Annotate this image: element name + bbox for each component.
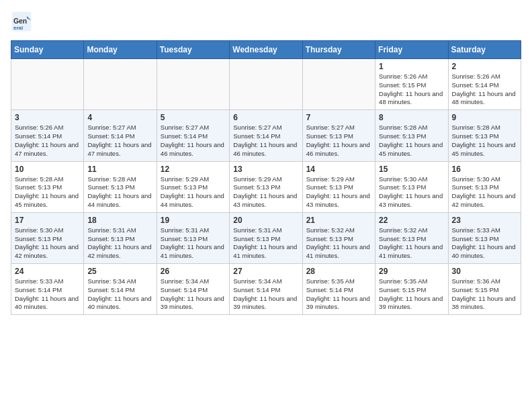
weekday-header-monday: Monday <box>84 41 157 59</box>
calendar-cell: 16Sunrise: 5:30 AM Sunset: 5:13 PM Dayli… <box>448 161 521 212</box>
day-info: Sunrise: 5:35 AM Sunset: 5:15 PM Dayligh… <box>379 277 444 312</box>
weekday-header-thursday: Thursday <box>302 41 375 59</box>
weekday-header-wednesday: Wednesday <box>230 41 302 59</box>
calendar-cell <box>302 59 375 110</box>
day-info: Sunrise: 5:26 AM Sunset: 5:15 PM Dayligh… <box>379 73 444 107</box>
calendar-cell: 13Sunrise: 5:29 AM Sunset: 5:13 PM Dayli… <box>230 161 302 212</box>
day-info: Sunrise: 5:29 AM Sunset: 5:13 PM Dayligh… <box>233 175 298 210</box>
calendar-week-row: 24Sunrise: 5:33 AM Sunset: 5:14 PM Dayli… <box>11 264 521 315</box>
calendar-cell: 26Sunrise: 5:34 AM Sunset: 5:14 PM Dayli… <box>157 264 229 315</box>
calendar-cell: 11Sunrise: 5:28 AM Sunset: 5:13 PM Dayli… <box>84 161 157 212</box>
calendar-cell: 5Sunrise: 5:27 AM Sunset: 5:14 PM Daylig… <box>157 110 229 161</box>
calendar-cell: 17Sunrise: 5:30 AM Sunset: 5:13 PM Dayli… <box>11 212 84 263</box>
day-number: 29 <box>379 267 444 276</box>
calendar-cell <box>157 59 229 110</box>
day-number: 3 <box>15 113 80 122</box>
day-number: 19 <box>161 216 226 225</box>
day-info: Sunrise: 5:27 AM Sunset: 5:14 PM Dayligh… <box>87 124 152 158</box>
day-number: 26 <box>161 267 226 276</box>
calendar-cell: 3Sunrise: 5:26 AM Sunset: 5:14 PM Daylig… <box>11 110 84 161</box>
day-number: 18 <box>87 216 152 225</box>
day-info: Sunrise: 5:28 AM Sunset: 5:13 PM Dayligh… <box>87 175 152 210</box>
calendar-cell <box>11 59 84 110</box>
day-info: Sunrise: 5:34 AM Sunset: 5:14 PM Dayligh… <box>233 277 298 312</box>
calendar-cell: 15Sunrise: 5:30 AM Sunset: 5:13 PM Dayli… <box>375 161 448 212</box>
calendar-cell: 23Sunrise: 5:33 AM Sunset: 5:13 PM Dayli… <box>448 212 521 263</box>
calendar-cell: 24Sunrise: 5:33 AM Sunset: 5:14 PM Dayli… <box>11 264 84 315</box>
calendar-cell: 4Sunrise: 5:27 AM Sunset: 5:14 PM Daylig… <box>84 110 157 161</box>
day-info: Sunrise: 5:34 AM Sunset: 5:14 PM Dayligh… <box>87 277 152 312</box>
day-info: Sunrise: 5:28 AM Sunset: 5:13 PM Dayligh… <box>452 124 517 158</box>
page: Gen eral SundayMondayTuesdayWednesdayThu… <box>0 0 532 326</box>
calendar-cell: 22Sunrise: 5:32 AM Sunset: 5:13 PM Dayli… <box>375 212 448 263</box>
weekday-header-saturday: Saturday <box>448 41 521 59</box>
day-number: 25 <box>87 267 152 276</box>
calendar-week-row: 3Sunrise: 5:26 AM Sunset: 5:14 PM Daylig… <box>11 110 521 161</box>
day-number: 24 <box>15 267 80 276</box>
day-info: Sunrise: 5:30 AM Sunset: 5:13 PM Dayligh… <box>452 175 517 210</box>
day-info: Sunrise: 5:32 AM Sunset: 5:13 PM Dayligh… <box>379 226 444 261</box>
svg-text:Gen: Gen <box>13 17 27 25</box>
day-number: 21 <box>306 216 371 225</box>
day-number: 8 <box>379 113 444 122</box>
weekday-header-sunday: Sunday <box>11 41 84 59</box>
day-number: 17 <box>15 216 80 225</box>
calendar-cell: 7Sunrise: 5:27 AM Sunset: 5:13 PM Daylig… <box>302 110 375 161</box>
calendar-cell: 1Sunrise: 5:26 AM Sunset: 5:15 PM Daylig… <box>375 59 448 110</box>
calendar-table: SundayMondayTuesdayWednesdayThursdayFrid… <box>11 40 521 315</box>
day-number: 28 <box>306 267 371 276</box>
day-number: 11 <box>87 165 152 174</box>
calendar-cell <box>84 59 157 110</box>
calendar-cell: 19Sunrise: 5:31 AM Sunset: 5:13 PM Dayli… <box>157 212 229 263</box>
day-info: Sunrise: 5:27 AM Sunset: 5:14 PM Dayligh… <box>161 124 226 158</box>
header: Gen eral <box>11 11 521 32</box>
day-info: Sunrise: 5:29 AM Sunset: 5:13 PM Dayligh… <box>161 175 226 210</box>
calendar-cell: 30Sunrise: 5:36 AM Sunset: 5:15 PM Dayli… <box>448 264 521 315</box>
day-info: Sunrise: 5:26 AM Sunset: 5:14 PM Dayligh… <box>452 73 517 107</box>
logo: Gen eral <box>11 11 35 32</box>
day-number: 6 <box>233 113 298 122</box>
calendar-cell: 27Sunrise: 5:34 AM Sunset: 5:14 PM Dayli… <box>230 264 302 315</box>
day-number: 1 <box>379 62 444 71</box>
day-info: Sunrise: 5:31 AM Sunset: 5:13 PM Dayligh… <box>87 226 152 261</box>
day-info: Sunrise: 5:27 AM Sunset: 5:13 PM Dayligh… <box>306 124 371 158</box>
calendar-cell: 20Sunrise: 5:31 AM Sunset: 5:13 PM Dayli… <box>230 212 302 263</box>
day-number: 5 <box>161 113 226 122</box>
weekday-header-row: SundayMondayTuesdayWednesdayThursdayFrid… <box>11 41 521 59</box>
day-info: Sunrise: 5:36 AM Sunset: 5:15 PM Dayligh… <box>452 277 517 312</box>
weekday-header-tuesday: Tuesday <box>157 41 229 59</box>
day-number: 2 <box>452 62 517 71</box>
day-info: Sunrise: 5:30 AM Sunset: 5:13 PM Dayligh… <box>379 175 444 210</box>
day-number: 15 <box>379 165 444 174</box>
calendar-cell <box>230 59 302 110</box>
calendar-week-row: 1Sunrise: 5:26 AM Sunset: 5:15 PM Daylig… <box>11 59 521 110</box>
calendar-week-row: 17Sunrise: 5:30 AM Sunset: 5:13 PM Dayli… <box>11 212 521 263</box>
calendar-cell: 29Sunrise: 5:35 AM Sunset: 5:15 PM Dayli… <box>375 264 448 315</box>
day-number: 9 <box>452 113 517 122</box>
calendar-cell: 2Sunrise: 5:26 AM Sunset: 5:14 PM Daylig… <box>448 59 521 110</box>
day-number: 13 <box>233 165 298 174</box>
day-number: 27 <box>233 267 298 276</box>
day-number: 4 <box>87 113 152 122</box>
calendar-cell: 9Sunrise: 5:28 AM Sunset: 5:13 PM Daylig… <box>448 110 521 161</box>
day-info: Sunrise: 5:34 AM Sunset: 5:14 PM Dayligh… <box>161 277 226 312</box>
calendar-cell: 12Sunrise: 5:29 AM Sunset: 5:13 PM Dayli… <box>157 161 229 212</box>
calendar-cell: 21Sunrise: 5:32 AM Sunset: 5:13 PM Dayli… <box>302 212 375 263</box>
day-info: Sunrise: 5:26 AM Sunset: 5:14 PM Dayligh… <box>15 124 80 158</box>
calendar-cell: 18Sunrise: 5:31 AM Sunset: 5:13 PM Dayli… <box>84 212 157 263</box>
day-info: Sunrise: 5:33 AM Sunset: 5:14 PM Dayligh… <box>15 277 80 312</box>
day-info: Sunrise: 5:35 AM Sunset: 5:14 PM Dayligh… <box>306 277 371 312</box>
calendar-cell: 6Sunrise: 5:27 AM Sunset: 5:14 PM Daylig… <box>230 110 302 161</box>
calendar-cell: 25Sunrise: 5:34 AM Sunset: 5:14 PM Dayli… <box>84 264 157 315</box>
day-info: Sunrise: 5:30 AM Sunset: 5:13 PM Dayligh… <box>15 226 80 261</box>
day-number: 23 <box>452 216 517 225</box>
day-number: 30 <box>452 267 517 276</box>
day-number: 20 <box>233 216 298 225</box>
day-info: Sunrise: 5:28 AM Sunset: 5:13 PM Dayligh… <box>15 175 80 210</box>
svg-text:eral: eral <box>13 25 23 31</box>
day-number: 7 <box>306 113 371 122</box>
logo-icon: Gen eral <box>11 11 32 32</box>
day-info: Sunrise: 5:31 AM Sunset: 5:13 PM Dayligh… <box>161 226 226 261</box>
calendar-cell: 10Sunrise: 5:28 AM Sunset: 5:13 PM Dayli… <box>11 161 84 212</box>
day-info: Sunrise: 5:33 AM Sunset: 5:13 PM Dayligh… <box>452 226 517 261</box>
